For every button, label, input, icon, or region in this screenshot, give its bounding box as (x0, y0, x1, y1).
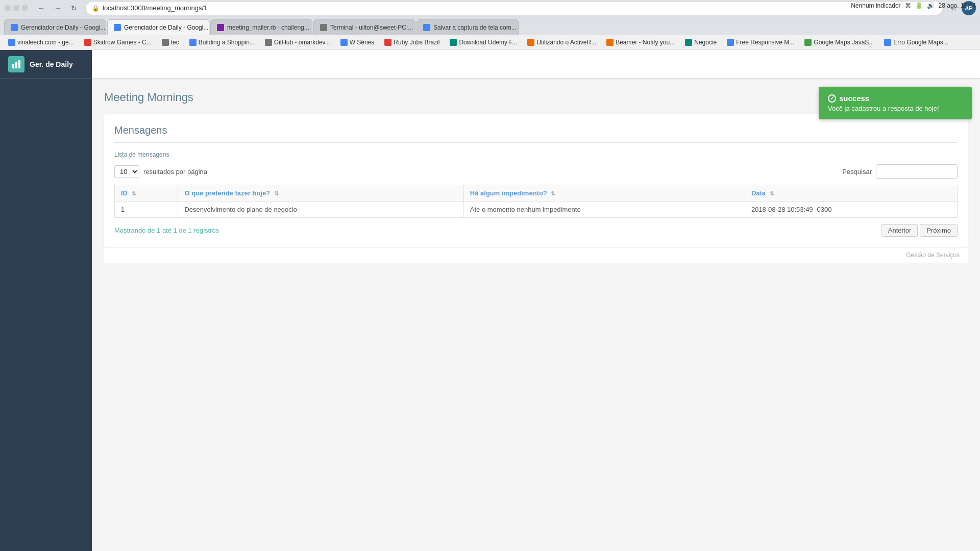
lock-icon: 🔒 (92, 5, 100, 12)
bookmark-2[interactable]: Skidrow Games - C... (80, 38, 156, 47)
close-control[interactable] (4, 5, 11, 11)
bookmark-13[interactable]: Google Maps JavaS... (800, 38, 878, 47)
col-header-impedimento: Há algum impedimento? ⇅ (463, 185, 745, 202)
cell-impedimento: Ate o momento nenhum impedimento (463, 202, 745, 218)
maximize-control[interactable] (21, 5, 28, 11)
volume-icon: 🔊 (927, 2, 935, 9)
tab-4[interactable]: Terminal - uilton@sweet-PC:... ✕ (313, 19, 415, 35)
bookmark-1[interactable]: vinaleech.com - ge... (4, 38, 78, 47)
bookmark-label-9: Utilizando o ActiveR... (536, 39, 596, 46)
sidebar: Ger. de Daily (0, 50, 92, 551)
hamburger-button[interactable]: ☰ (102, 57, 114, 72)
col-header-id: ID ⇅ (115, 185, 178, 202)
main-area: ☰ ✓ success Você ja cadastrou a resposta… (92, 50, 980, 551)
bookmark-4[interactable]: Building a Shoppin... (185, 38, 259, 47)
messages-title: Mensagens (114, 124, 958, 143)
page-content: Ger. de Daily ☰ ✓ success Você ja cadast… (0, 50, 980, 551)
cell-data: 2018-08-28 10:53:49 -0300 (745, 202, 957, 218)
sort-icon-impedimento[interactable]: ⇅ (551, 190, 555, 196)
address-bar[interactable]: 🔒 localhost:3000/meeting_mornings/1 (85, 1, 943, 15)
bookmark-favicon-6 (340, 39, 348, 46)
per-page-label: resultados por página (143, 168, 207, 176)
success-title: ✓ success (828, 94, 963, 103)
messages-card: Mensagens Lista de mensagens 10 25 50 re… (104, 114, 968, 247)
table-row: 1 Desenvolvimento do plano de negocio At… (115, 202, 958, 218)
bookmark-14[interactable]: Erro Google Maps... (880, 38, 952, 47)
bookmark-favicon-14 (884, 39, 891, 46)
bookmark-label-8: Download Udemy F... (459, 39, 517, 46)
bookmark-6[interactable]: W Séries (336, 38, 379, 47)
bookmark-8[interactable]: Download Udemy F... (446, 38, 521, 47)
bookmark-label-4: Building a Shoppin... (199, 39, 255, 46)
bookmark-label-6: W Séries (350, 39, 375, 46)
bookmark-favicon-11 (685, 39, 692, 46)
data-table: ID ⇅ O que pretende fazer hoje? ⇅ Há alg… (114, 185, 958, 218)
bookmark-label-10: Beamer - Notify you... (616, 39, 675, 46)
bookmark-9[interactable]: Utilizando o ActiveR... (523, 38, 600, 47)
search-input[interactable] (876, 164, 958, 179)
table-header: ID ⇅ O que pretende fazer hoje? ⇅ Há alg… (115, 185, 958, 202)
bookmarks-bar: vinaleech.com - ge... Skidrow Games - C.… (0, 35, 980, 50)
sort-icon-data[interactable]: ⇅ (770, 190, 774, 196)
reload-button[interactable]: ↻ (67, 1, 81, 15)
next-button[interactable]: Próximo (920, 224, 958, 237)
bookmark-3[interactable]: tec (158, 38, 183, 47)
address-text: localhost:3000/meeting_mornings/1 (103, 4, 207, 12)
prev-button[interactable]: Anterior (881, 224, 918, 237)
bookmark-label-11: Negocie (694, 39, 717, 46)
tab-5[interactable]: Salvar a captura de tela com... ✕ (416, 19, 519, 35)
bookmark-11[interactable]: Negocie (681, 38, 721, 47)
bookmark-favicon-4 (189, 39, 197, 46)
notification-indicator: Nenhum indicador (851, 2, 900, 9)
sidebar-title: Ger. de Daily (30, 60, 73, 68)
tab-favicon-4 (320, 24, 327, 31)
nav-controls: ← → ↻ (34, 1, 81, 15)
bookmark-label-5: GitHub - omarkdev... (274, 39, 330, 46)
sort-icon-id[interactable]: ⇅ (132, 190, 136, 196)
title-bar: ← → ↻ 🔒 localhost:3000/meeting_mornings/… (0, 0, 980, 16)
bookmark-10[interactable]: Beamer - Notify you... (602, 38, 679, 47)
top-bar: ☰ (92, 50, 980, 79)
bookmark-favicon-1 (8, 39, 15, 46)
bookmark-favicon-2 (84, 39, 91, 46)
col-label-plano: O que pretende fazer hoje? (184, 189, 270, 197)
col-header-data: Data ⇅ (745, 185, 957, 202)
datetime: 28 ago. 10:54 (939, 2, 976, 9)
bookmark-favicon-5 (265, 39, 272, 46)
battery-icon: 🔋 (915, 2, 923, 9)
tab-2[interactable]: Gerenciador de Daily - Googl... ✕ (107, 19, 209, 35)
tab-3[interactable]: meeting_mailer.rb - challeng... ✕ (210, 19, 312, 35)
tab-favicon-3 (217, 24, 224, 31)
bookmark-label-2: Skidrow Games - C... (93, 39, 152, 46)
tab-label-5: Salvar a captura de tela com... (433, 24, 517, 31)
bookmark-12[interactable]: Free Responsive M... (723, 38, 798, 47)
per-page-select[interactable]: 10 25 50 (114, 165, 139, 178)
svg-rect-2 (18, 60, 20, 68)
col-label-impedimento: Há algum impedimento? (470, 189, 547, 197)
bookmark-favicon-3 (162, 39, 169, 46)
success-notification: ✓ success Você ja cadastrou a resposta d… (819, 87, 972, 119)
success-check-icon: ✓ (828, 94, 836, 103)
system-tray: Nenhum indicador ⌘ 🔋 🔊 28 ago. 10:54 (851, 2, 976, 9)
wifi-icon: ⌘ (905, 2, 911, 9)
pagination-area: Mostrando de 1 até 1 de 1 registros Ante… (114, 224, 958, 237)
bookmark-label-14: Erro Google Maps... (893, 39, 948, 46)
bookmark-7[interactable]: Ruby Jobs Brazil (380, 38, 444, 47)
bookmark-favicon-7 (384, 39, 391, 46)
tab-favicon-2 (114, 24, 121, 31)
tab-1[interactable]: Gerenciador de Daily - Googl... ✕ (4, 19, 106, 35)
bookmark-favicon-8 (450, 39, 457, 46)
list-label: Lista de mensagens (114, 151, 958, 158)
back-button[interactable]: ← (34, 1, 48, 15)
col-label-data: Data (751, 189, 766, 197)
bookmark-5[interactable]: GitHub - omarkdev... (261, 38, 334, 47)
search-group: Pesquisar (842, 164, 958, 179)
pagination-info: Mostrando de 1 até 1 de 1 registros (114, 227, 219, 234)
minimize-control[interactable] (13, 5, 19, 11)
pagination-buttons: Anterior Próximo (881, 224, 958, 237)
forward-button[interactable]: → (51, 1, 65, 15)
sort-icon-plano[interactable]: ⇅ (274, 190, 279, 196)
bookmark-label-7: Ruby Jobs Brazil (394, 39, 439, 46)
app-logo (8, 56, 24, 72)
tab-label-2: Gerenciador de Daily - Googl... (124, 24, 208, 31)
